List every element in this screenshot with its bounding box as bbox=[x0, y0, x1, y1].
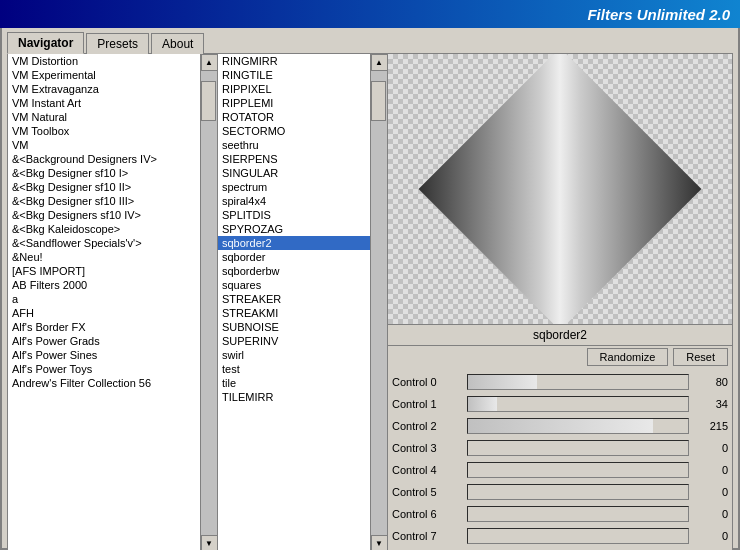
category-item[interactable]: VM Natural bbox=[8, 110, 200, 124]
category-item[interactable]: VM Instant Art bbox=[8, 96, 200, 110]
filter-item[interactable]: STREAKER bbox=[218, 292, 370, 306]
filter-item[interactable]: sqborder bbox=[218, 250, 370, 264]
filter-item[interactable]: RINGTILE bbox=[218, 68, 370, 82]
control-label: Control 1 bbox=[392, 398, 467, 410]
controls-area: Control 080Control 134Control 2215Contro… bbox=[388, 368, 732, 550]
category-item[interactable]: VM bbox=[8, 138, 200, 152]
filter-item[interactable]: swirl bbox=[218, 348, 370, 362]
category-item[interactable]: VM Experimental bbox=[8, 68, 200, 82]
category-item[interactable]: Alf's Power Grads bbox=[8, 334, 200, 348]
control-value: 80 bbox=[693, 376, 728, 388]
filter-item[interactable]: tile bbox=[218, 376, 370, 390]
category-item[interactable]: &<Background Designers IV> bbox=[8, 152, 200, 166]
control-row: Control 080 bbox=[392, 372, 728, 392]
filter-item[interactable]: SUBNOISE bbox=[218, 320, 370, 334]
category-item[interactable]: Alf's Border FX bbox=[8, 320, 200, 334]
control-value: 0 bbox=[693, 508, 728, 520]
control-slider[interactable] bbox=[467, 484, 689, 500]
control-label: Control 3 bbox=[392, 442, 467, 454]
control-slider[interactable] bbox=[467, 506, 689, 522]
control-label: Control 6 bbox=[392, 508, 467, 520]
tab-about[interactable]: About bbox=[151, 33, 204, 54]
control-slider[interactable] bbox=[467, 440, 689, 456]
filter-item[interactable]: STREAKMI bbox=[218, 306, 370, 320]
category-item[interactable]: a bbox=[8, 292, 200, 306]
tab-navigator[interactable]: Navigator bbox=[7, 32, 84, 54]
category-item[interactable]: &<Bkg Designer sf10 I> bbox=[8, 166, 200, 180]
control-label: Control 0 bbox=[392, 376, 467, 388]
filter-item[interactable]: squares bbox=[218, 278, 370, 292]
control-slider[interactable] bbox=[467, 418, 689, 434]
category-item[interactable]: AB Filters 2000 bbox=[8, 278, 200, 292]
control-slider[interactable] bbox=[467, 462, 689, 478]
control-row: Control 60 bbox=[392, 504, 728, 524]
preview-area bbox=[388, 54, 732, 324]
control-value: 34 bbox=[693, 398, 728, 410]
control-label: Control 2 bbox=[392, 420, 467, 432]
filter-item[interactable]: sqborder2 bbox=[218, 236, 370, 250]
control-value: 0 bbox=[693, 530, 728, 542]
category-item[interactable]: Andrew's Filter Collection 56 bbox=[8, 376, 200, 390]
filter-item[interactable]: spectrum bbox=[218, 180, 370, 194]
category-item[interactable]: &<Bkg Kaleidoscope> bbox=[8, 222, 200, 236]
reset-button[interactable]: Reset bbox=[673, 348, 728, 366]
filter-item[interactable]: SPYROZAG bbox=[218, 222, 370, 236]
control-row: Control 40 bbox=[392, 460, 728, 480]
control-value: 0 bbox=[693, 442, 728, 454]
control-label: Control 7 bbox=[392, 530, 467, 542]
filter-item[interactable]: RIPPIXEL bbox=[218, 82, 370, 96]
control-label: Control 4 bbox=[392, 464, 467, 476]
filter-item[interactable]: RIPPLEMI bbox=[218, 96, 370, 110]
category-item[interactable]: &<Bkg Designer sf10 II> bbox=[8, 180, 200, 194]
middle-scroll-down[interactable]: ▼ bbox=[371, 535, 388, 550]
control-value: 0 bbox=[693, 486, 728, 498]
category-item[interactable]: AFH bbox=[8, 306, 200, 320]
filter-item[interactable]: SIERPENS bbox=[218, 152, 370, 166]
control-row: Control 2215 bbox=[392, 416, 728, 436]
category-item[interactable]: VM Distortion bbox=[8, 54, 200, 68]
category-item[interactable]: VM Toolbox bbox=[8, 124, 200, 138]
randomize-button[interactable]: Randomize bbox=[587, 348, 669, 366]
control-slider[interactable] bbox=[467, 396, 689, 412]
filter-item[interactable]: SPLITDIS bbox=[218, 208, 370, 222]
filter-item[interactable]: sqborderbw bbox=[218, 264, 370, 278]
filter-item[interactable]: SINGULAR bbox=[218, 166, 370, 180]
left-scroll-up[interactable]: ▲ bbox=[201, 54, 218, 71]
control-slider[interactable] bbox=[467, 528, 689, 544]
title-bar-text: Filters Unlimited 2.0 bbox=[587, 6, 730, 23]
control-label: Control 5 bbox=[392, 486, 467, 498]
filter-item[interactable]: ROTATOR bbox=[218, 110, 370, 124]
category-item[interactable]: &<Sandflower Specials'v'> bbox=[8, 236, 200, 250]
category-item[interactable]: VM Extravaganza bbox=[8, 82, 200, 96]
left-scroll-down[interactable]: ▼ bbox=[201, 535, 218, 550]
filter-item[interactable]: SECTORMO bbox=[218, 124, 370, 138]
category-item[interactable]: &<Bkg Designers sf10 IV> bbox=[8, 208, 200, 222]
filter-item[interactable]: spiral4x4 bbox=[218, 194, 370, 208]
middle-scroll-up[interactable]: ▲ bbox=[371, 54, 388, 71]
filter-item[interactable]: TILEMIRR bbox=[218, 390, 370, 404]
tab-presets[interactable]: Presets bbox=[86, 33, 149, 54]
control-row: Control 134 bbox=[392, 394, 728, 414]
control-value: 0 bbox=[693, 464, 728, 476]
category-list: VM DistortionVM ExperimentalVM Extravaga… bbox=[8, 54, 200, 550]
control-row: Control 70 bbox=[392, 526, 728, 546]
category-item[interactable]: &<Bkg Designer sf10 III> bbox=[8, 194, 200, 208]
control-value: 215 bbox=[693, 420, 728, 432]
category-item[interactable]: Alf's Power Sines bbox=[8, 348, 200, 362]
filter-item[interactable]: RINGMIRR bbox=[218, 54, 370, 68]
control-row: Control 50 bbox=[392, 482, 728, 502]
filter-list: RINGMIRRRINGTILERIPPIXELRIPPLEMIROTATORS… bbox=[218, 54, 370, 550]
filter-item[interactable]: seethru bbox=[218, 138, 370, 152]
category-item[interactable]: &Neu! bbox=[8, 250, 200, 264]
filter-item[interactable]: test bbox=[218, 362, 370, 376]
control-slider[interactable] bbox=[467, 374, 689, 390]
category-item[interactable]: [AFS IMPORT] bbox=[8, 264, 200, 278]
filter-name-label: sqborder2 bbox=[388, 324, 732, 345]
control-row: Control 30 bbox=[392, 438, 728, 458]
filter-item[interactable]: SUPERINV bbox=[218, 334, 370, 348]
category-item[interactable]: Alf's Power Toys bbox=[8, 362, 200, 376]
